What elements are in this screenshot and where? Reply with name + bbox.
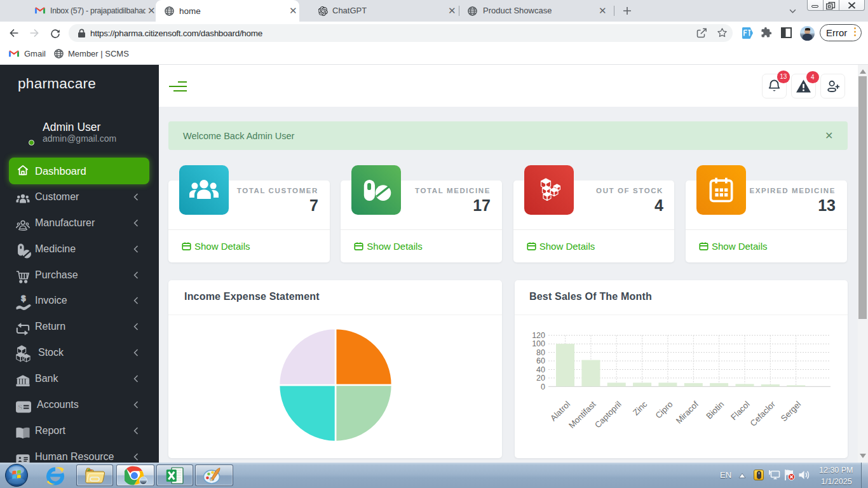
svg-text:80: 80 — [536, 348, 545, 357]
svg-text:Montifast: Montifast — [567, 399, 598, 430]
svg-text:Biotin: Biotin — [704, 400, 726, 421]
svg-text:Cefaclor: Cefaclor — [749, 399, 778, 428]
svg-text:100: 100 — [532, 339, 545, 348]
svg-text:Alatrol: Alatrol — [548, 399, 572, 423]
svg-text:Captopril: Captopril — [593, 399, 623, 430]
svg-text:$: $ — [21, 295, 26, 303]
svg-text:20: 20 — [536, 374, 545, 383]
svg-text:Flacol: Flacol — [729, 399, 752, 422]
svg-text:Cipro: Cipro — [654, 400, 675, 421]
svg-text:40: 40 — [536, 365, 545, 374]
svg-text:$: $ — [18, 403, 23, 411]
svg-text:Zinc: Zinc — [631, 399, 649, 417]
svg-text:0: 0 — [541, 383, 545, 391]
svg-text:Miracof: Miracof — [674, 399, 700, 425]
svg-text:120: 120 — [532, 331, 545, 340]
svg-text:60: 60 — [536, 356, 545, 365]
svg-text:Sergel: Sergel — [779, 399, 803, 423]
